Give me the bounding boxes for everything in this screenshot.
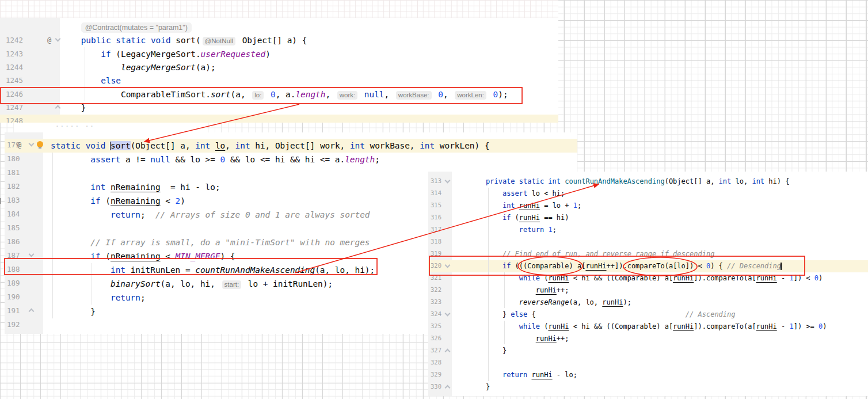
inlay-hint: @Contract(mutates = "param1") xyxy=(81,22,192,33)
code-line-182[interactable]: int nRemaining = hi - lo; xyxy=(51,180,220,194)
line-number[interactable]: 189 xyxy=(7,279,20,287)
code-line-319[interactable]: // Find end of run, and reverse range if… xyxy=(486,248,714,260)
line-number[interactable]: 191 xyxy=(7,306,20,315)
line-number[interactable]: 324 xyxy=(431,310,441,317)
code-line-323[interactable]: reverseRange(a, lo, runHi); xyxy=(486,297,631,309)
line-number[interactable]: 318 xyxy=(431,238,441,245)
line-number[interactable]: 185 xyxy=(7,223,20,232)
token-plain: Object[] a) { xyxy=(237,36,307,45)
line-number[interactable]: 1245 xyxy=(6,76,23,85)
code-line-325[interactable]: while (runHi < hi && ((Comparable) a[run… xyxy=(486,321,827,333)
line-number[interactable]: 1243 xyxy=(6,50,23,58)
code-line-183[interactable]: if (nRemaining < 2) xyxy=(51,194,185,208)
code-line-191[interactable]: } xyxy=(51,305,96,318)
code-line-189[interactable]: binarySort(a, lo, hi, start: lo + initRu… xyxy=(51,277,333,291)
code-line-313[interactable]: private static int countRunAndMakeAscend… xyxy=(486,176,789,188)
fold-expand-icon[interactable] xyxy=(29,252,34,257)
annotated-icon[interactable]: @ xyxy=(47,36,51,44)
code-line-1244[interactable]: legacyMergeSort(a); xyxy=(61,61,216,74)
line-number[interactable]: 320 xyxy=(431,262,441,269)
fold-expand-icon[interactable] xyxy=(55,37,60,42)
code-line-1243[interactable]: if (LegacyMergeSort.userRequested) xyxy=(61,48,271,61)
code-line-190[interactable]: return; xyxy=(51,291,146,305)
line-number[interactable]: 184 xyxy=(7,210,20,218)
line-number[interactable]: 330 xyxy=(431,383,441,390)
fold-expand-icon[interactable] xyxy=(445,178,450,184)
editor-pane-arrays-sort[interactable]: @Contract(mutates = "param1")1242@ publi… xyxy=(0,18,558,123)
line-number[interactable]: 192 xyxy=(7,320,20,329)
fold-collapse-icon[interactable] xyxy=(29,307,34,313)
code-line-322[interactable]: runHi++; xyxy=(486,284,569,297)
fold-expand-icon[interactable] xyxy=(445,311,450,317)
line-number[interactable]: 187 xyxy=(7,251,20,260)
line-number[interactable]: 327 xyxy=(431,347,441,354)
code-line-187[interactable]: if (nRemaining < MIN_MERGE) { xyxy=(51,249,235,263)
line-number[interactable]: 181 xyxy=(7,168,20,177)
line-number[interactable]: 180 xyxy=(7,154,20,163)
token-keyword: public static void xyxy=(81,36,176,45)
line-number[interactable]: 1242 xyxy=(6,36,23,44)
code-line-184[interactable]: return; // Arrays of size 0 and 1 are al… xyxy=(51,208,370,222)
line-number[interactable]: 328 xyxy=(431,359,441,366)
code-line-1242[interactable]: public static void sort(@NotNull Object[… xyxy=(61,34,307,47)
line-number[interactable]: 323 xyxy=(431,298,441,305)
token-plain: ( xyxy=(101,196,111,206)
line-number[interactable]: 1248 xyxy=(6,116,23,123)
code-line-324[interactable]: } else { // Ascending xyxy=(486,309,736,321)
code-line-327[interactable]: } xyxy=(486,345,507,357)
line-number[interactable]: 319 xyxy=(431,250,441,257)
fold-collapse-icon[interactable] xyxy=(445,348,450,353)
token-plain xyxy=(359,90,364,99)
line-number[interactable]: 188 xyxy=(7,265,20,273)
code-line-326[interactable]: runHi++; xyxy=(486,333,569,345)
line-number[interactable]: 316 xyxy=(431,214,441,221)
line-number[interactable]: 315 xyxy=(431,202,441,208)
code-line-314[interactable]: assert lo < hi; xyxy=(486,188,565,200)
code-line-329[interactable]: return runHi - lo; xyxy=(486,369,577,381)
code-line-330[interactable]: } xyxy=(486,381,490,393)
line-number[interactable]: 183 xyxy=(7,196,20,204)
line-number[interactable]: 1247 xyxy=(6,103,23,112)
fold-collapse-icon[interactable] xyxy=(55,104,60,109)
fold-collapse-icon[interactable] xyxy=(445,384,450,389)
code-line-321[interactable]: while (runHi < hi && ((Comparable) a[run… xyxy=(486,272,823,284)
token-number: 0 xyxy=(220,155,226,164)
code-line-1247[interactable]: } xyxy=(61,101,86,115)
line-number[interactable]: 329 xyxy=(431,371,441,378)
line-number[interactable]: 1246 xyxy=(6,90,23,98)
code-line-179[interactable]: static void sort(Object[] a, int lo, int… xyxy=(51,139,490,153)
annotated-icon[interactable]: @ xyxy=(17,141,21,149)
line-number[interactable]: 317 xyxy=(431,226,441,233)
fold-expand-icon[interactable] xyxy=(445,263,450,268)
line-number[interactable]: 322 xyxy=(431,286,441,293)
line-number[interactable]: 325 xyxy=(431,322,441,329)
token-keyword: int xyxy=(350,141,365,150)
token-plain: (a, lo, hi); xyxy=(315,265,375,275)
line-number[interactable]: 182 xyxy=(7,182,20,191)
token-plain: workBase, xyxy=(365,141,420,150)
editor-pane-count-run-and-make-ascending[interactable]: 313private static int countRunAndMakeAsc… xyxy=(428,172,868,396)
line-number[interactable]: 326 xyxy=(431,335,441,341)
line-number[interactable]: 314 xyxy=(431,189,441,196)
fold-expand-icon[interactable] xyxy=(29,142,34,147)
code-line-1245[interactable]: else xyxy=(61,74,121,88)
code-line[interactable]: @Contract(mutates = "param1") xyxy=(61,21,192,34)
line-number[interactable]: 321 xyxy=(431,274,441,281)
code-line-317[interactable]: return 1; xyxy=(486,224,557,236)
line-number[interactable]: 186 xyxy=(7,237,20,246)
line-number[interactable]: 1244 xyxy=(6,63,23,71)
code-line-315[interactable]: int runHi = lo + 1; xyxy=(486,200,581,212)
code-line-316[interactable]: if (runHi == hi) xyxy=(486,212,569,224)
code-line-180[interactable]: assert a != null && lo >= 0 && lo <= hi … xyxy=(51,153,380,166)
token-plain: hi, Object[] work, xyxy=(250,141,350,150)
line-number[interactable]: 190 xyxy=(7,292,20,301)
code-line-186[interactable]: // If array is small, do a "mini-TimSort… xyxy=(51,235,370,249)
line-number[interactable]: 313 xyxy=(431,177,441,184)
token-plain xyxy=(51,265,111,275)
code-line-188[interactable]: int initRunLen = countRunAndMakeAscendin… xyxy=(51,263,375,277)
token-plain: a != xyxy=(120,155,150,164)
code-line-320[interactable]: if (((Comparable) a[runHi++]).compareTo(… xyxy=(486,260,781,272)
intention-bulb-icon[interactable] xyxy=(37,141,43,147)
token-plain: , xyxy=(384,90,394,99)
code-line-1246[interactable]: ComparableTimSort.sort(a, lo: 0, a.lengt… xyxy=(61,88,508,101)
